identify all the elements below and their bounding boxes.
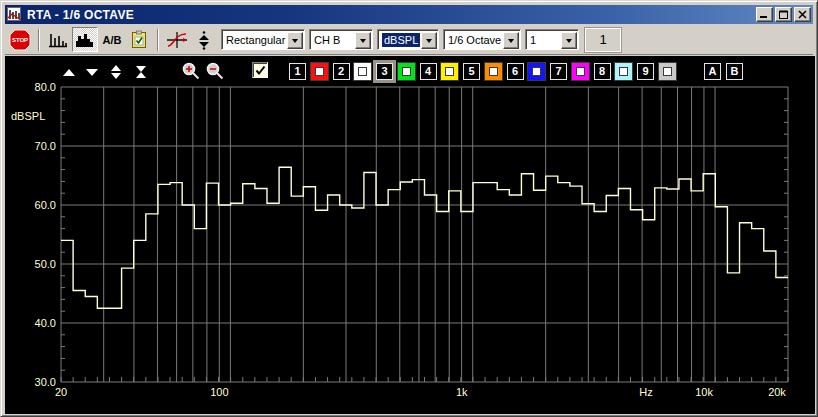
y-tick-label: 60.0 [35,199,56,211]
phase-icon [194,30,214,50]
windowing-value: Rectangular [226,33,285,47]
x-tick-label: 20 [55,386,67,398]
channel-combo[interactable]: CH B [309,29,373,50]
stop-button[interactable]: STOP [7,27,33,52]
memory-button-3[interactable]: 3 [376,63,393,80]
transfer-function-icon [166,30,188,50]
y-tick-label: 30.0 [35,376,56,388]
log-notes-button[interactable] [126,27,152,52]
ab-compare-button[interactable]: A/B [99,27,125,52]
y-tick-label: 40.0 [35,317,56,329]
ab-compare-icon: A/B [103,34,122,46]
memory-button-5[interactable]: 5 [463,63,480,80]
minimize-icon [760,10,769,19]
x-tick-label: 100 [210,386,228,398]
toolbar: STOP A/B [5,25,813,55]
average-counter: 1 [585,28,621,52]
chevron-down-icon [566,39,572,46]
y-axis-unit-label: dBSPL [11,110,45,122]
window-title: RTA - 1/6 OCTAVE [27,8,754,22]
averages-combo-arrow[interactable] [561,32,577,49]
axis-labels: 80.070.060.050.040.030.0dBSPL201001kHz10… [11,81,786,398]
units-combo[interactable]: dBSPL [377,29,439,50]
resolution-combo[interactable]: 1/6 Octave [443,29,521,50]
memory-color-swatch-4[interactable] [441,63,458,80]
plot-area: 80.070.060.050.040.030.0dBSPL201001kHz10… [5,56,815,414]
toolbar-separator [157,29,159,51]
windowing-combo-arrow[interactable] [287,32,303,49]
windowing-combo[interactable]: Rectangular [221,29,305,50]
y-tick-label: 70.0 [35,140,56,152]
minimize-button[interactable] [756,7,773,22]
memory-button-1[interactable]: 1 [289,63,306,80]
memory-button-7[interactable]: 7 [550,63,567,80]
x-tick-label: 1k [456,386,468,398]
averages-combo[interactable]: 1 [525,29,579,50]
y-tick-label: 50.0 [35,258,56,270]
rta-window: RTA - 1/6 OCTAVE STOP [0,0,818,417]
memory-button-A[interactable]: A [704,63,721,80]
x-axis-unit-label: Hz [639,386,652,398]
chevron-down-icon [360,39,366,46]
filled-spectrum-icon [74,31,96,49]
memory-color-swatch-9[interactable] [659,63,676,80]
x-tick-label: 20k [768,386,786,398]
rta-trace [61,167,788,308]
transfer-function-button[interactable] [164,27,190,52]
resolution-value: 1/6 Octave [448,33,501,47]
chevron-down-icon [508,39,514,46]
memory-color-swatch-7[interactable] [572,63,589,80]
clipboard-check-icon [129,30,149,50]
resolution-combo-arrow[interactable] [503,32,519,49]
memory-color-swatch-3[interactable] [398,63,415,80]
memory-button-2[interactable]: 2 [333,63,350,80]
maximize-button[interactable] [775,7,792,22]
memory-button-6[interactable]: 6 [507,63,524,80]
svg-text:STOP: STOP [12,37,28,43]
stop-sign-icon: STOP [8,28,32,52]
chevron-down-icon [292,39,298,46]
spectrum-bars-button[interactable] [45,27,71,52]
toolbar-separator [38,29,40,51]
titlebar[interactable]: RTA - 1/6 OCTAVE [5,5,813,24]
app-icon [7,7,23,22]
memory-color-swatch-2[interactable] [354,63,371,80]
memory-color-swatch-5[interactable] [485,63,502,80]
memory-row: 123456789 [5,63,815,83]
close-button[interactable] [794,7,811,22]
averages-value: 1 [530,33,536,47]
x-tick-label: 10k [695,386,713,398]
plot-controls-row: 123456789 A B [5,56,815,90]
memory-button-8[interactable]: 8 [594,63,611,80]
channel-value: CH B [314,33,340,47]
memory-button-4[interactable]: 4 [420,63,437,80]
units-combo-arrow[interactable] [421,32,437,49]
memory-button-B[interactable]: B [726,63,743,80]
memory-color-swatch-1[interactable] [311,63,328,80]
memory-button-9[interactable]: 9 [637,63,654,80]
spectrum-chart: 80.070.060.050.040.030.0dBSPL201001kHz10… [5,56,815,414]
close-icon [798,10,807,19]
units-value: dBSPL [382,33,420,47]
phase-button[interactable] [191,27,217,52]
maximize-icon [779,10,788,19]
memory-color-swatch-8[interactable] [615,63,632,80]
spectrum-fill-button[interactable] [72,27,98,52]
channel-combo-arrow[interactable] [355,32,371,49]
chevron-down-icon [426,39,432,46]
spectrum-bars-icon [47,31,69,49]
chart-grid [61,87,788,382]
memory-color-swatch-6[interactable] [528,63,545,80]
